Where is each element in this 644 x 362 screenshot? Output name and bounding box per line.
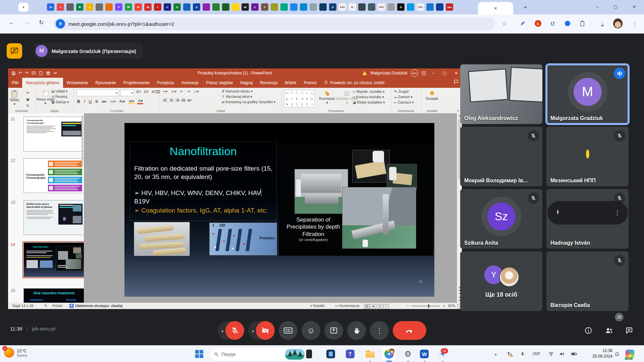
view-buttons[interactable]: ▤▦▥▼ [364, 304, 390, 309]
pinned-tab-favicon[interactable]: S [329, 3, 336, 11]
presentation-paused-icon[interactable] [7, 43, 22, 59]
clipboard-extension-icon[interactable] [578, 19, 587, 28]
text-direction-button[interactable]: ⇵ Kierunek tekstu ▾ [222, 89, 275, 93]
pinned-tab-favicon[interactable] [310, 3, 317, 11]
slide-thumbnail-panel[interactable]: 11ChromatografiaChromatography12Chromato… [8, 113, 84, 303]
new-tab-button[interactable]: + [521, 3, 530, 12]
pinned-tab-favicon[interactable]: C [164, 3, 171, 11]
ribbon-tab-nagraj[interactable]: Nagraj [236, 78, 256, 88]
notifications-bell-icon[interactable] [612, 346, 621, 362]
raise-hand-button[interactable] [347, 321, 366, 340]
slide-thumbnail-14[interactable]: Nanofiltration [23, 242, 84, 277]
font-name-select[interactable]: ▾ [76, 89, 119, 96]
accessibility-icon[interactable]: ♿ [69, 304, 74, 308]
pinned-tab-favicon[interactable]: M [47, 3, 54, 11]
pinned-tab-favicon[interactable]: « [57, 3, 64, 11]
pinned-tab-favicon[interactable]: S [193, 3, 200, 11]
pinned-tab-favicon[interactable] [319, 3, 327, 11]
reload-button[interactable]: ↻ [39, 19, 44, 26]
shape-glyph[interactable]: ⇓ [306, 97, 308, 101]
camera-off-button[interactable] [256, 321, 275, 340]
zoom-level[interactable]: 82% [448, 304, 455, 308]
shape-glyph[interactable]: L [296, 97, 298, 101]
reactions-button[interactable]: ☺ [302, 321, 320, 340]
shape-glyph[interactable]: ☆ [311, 103, 314, 106]
addins-button[interactable]: Dodatki [421, 91, 443, 101]
pinned-tab-favicon[interactable] [436, 3, 443, 11]
shape-glyph[interactable]: □ [301, 91, 303, 95]
window-restore-button[interactable]: ▢ [608, 0, 623, 13]
pinned-tab-favicon[interactable]: S [173, 3, 181, 11]
pinned-tab-favicon[interactable] [271, 3, 278, 11]
highlighter-extension-icon[interactable] [518, 19, 527, 28]
collapse-ribbon-icon[interactable]: ▴ [457, 109, 459, 112]
pinned-tab-favicon[interactable]: PKI [339, 3, 346, 11]
shape-glyph[interactable]: \ [291, 91, 292, 95]
pinned-tab-favicon[interactable] [66, 3, 74, 11]
find-button[interactable]: Znajdź [394, 89, 414, 94]
ppt-account-name[interactable]: Małgorzata Gradziuk [370, 71, 408, 75]
pinned-tab-favicon[interactable]: M [135, 3, 142, 11]
pinned-tab-favicon[interactable] [96, 3, 103, 11]
tab-close-icon[interactable]: ✕ [494, 6, 497, 11]
accessibility-status[interactable]: Ułatwienia dostępu: zbadaj [75, 304, 122, 308]
tile-menu-icon[interactable]: ⋮ [614, 209, 621, 217]
pinned-tab-favicon[interactable] [290, 3, 298, 11]
pinned-tab-favicon[interactable] [222, 3, 229, 11]
ribbon-tab-pokaz-slajd-w[interactable]: Pokaz slajdów [202, 78, 236, 88]
align-text-button[interactable]: ⇳ Wyrównaj tekst ▾ [222, 95, 275, 99]
chat-button[interactable] [624, 325, 635, 336]
pinned-tab-favicon[interactable]: ▲ [86, 3, 93, 11]
pinned-tab-favicon[interactable]: ✉ [125, 3, 132, 11]
pinned-tab-favicon[interactable]: G [397, 3, 405, 11]
wifi-icon[interactable] [547, 346, 555, 362]
tray-expand-chevron[interactable]: ▴ [492, 346, 499, 362]
clipboard-small-buttons[interactable]: ✂ ▣ ✎ [25, 90, 30, 108]
mic-off-button[interactable] [225, 321, 244, 340]
participant-tile[interactable]: SzSzikura Anita [460, 189, 542, 249]
taskbar-phone-app[interactable] [303, 348, 315, 360]
tray-mic-icon[interactable] [519, 346, 527, 362]
shape-glyph[interactable]: ( [291, 103, 292, 106]
window-minimize-button[interactable]: – [590, 0, 605, 13]
pinned-tab-favicon[interactable] [183, 3, 191, 11]
shape-glyph[interactable]: ✎ [285, 103, 288, 106]
shape-glyph[interactable]: ▷ [311, 97, 314, 101]
select-button[interactable]: ▻ Zaznacz ▾ [394, 100, 414, 104]
pinned-tab-favicon[interactable]: PKI [417, 3, 424, 11]
onedrive-sync-icon[interactable]: ↻ [505, 346, 514, 362]
layout-button[interactable]: ▤ Układ ▾ [51, 89, 69, 93]
pinned-tab-favicon[interactable] [368, 3, 375, 11]
slide-thumbnail-11[interactable]: ChromatografiaChromatography [23, 117, 84, 152]
ribbon-tab-widok[interactable]: Widok [281, 78, 300, 88]
arrange-button[interactable]: Rozmieść▾ [319, 90, 335, 105]
replace-button[interactable]: ab Zamień ▾ [394, 95, 414, 99]
slide-text-block[interactable]: Nanofiltration Filtration on dedicated s… [130, 142, 277, 221]
tell-me-box[interactable]: Powiedz mi, co chcesz zrobić [324, 80, 385, 85]
bookmark-star-icon[interactable]: ☆ [500, 19, 509, 28]
pinned-tab-favicon[interactable] [426, 3, 434, 11]
address-bar[interactable]: meet.google.com/jxk-onru-jri?pli=1&authu… [54, 17, 495, 30]
align-left-icon[interactable] [163, 99, 167, 102]
language-indicator[interactable]: Polski [52, 304, 62, 308]
browser-menu-icon[interactable]: ⋮ [630, 19, 639, 28]
ppt-minimize-button[interactable]: – [429, 71, 437, 75]
pinned-tab-favicon[interactable]: PKI [378, 3, 385, 11]
shape-glyph[interactable]: ○ [306, 91, 308, 95]
ribbon-tab-przej-cia[interactable]: Przejścia [153, 78, 178, 88]
presenter-chip[interactable]: M Malgorzata Gradziuk (Презентація) [34, 43, 143, 59]
participant-tile[interactable]: Oleg Aleksandrowicz [460, 64, 542, 124]
align-right-icon[interactable] [175, 99, 179, 102]
notes-button[interactable]: ≡ Notatki [310, 304, 325, 308]
comments-panel-icon[interactable] [453, 79, 459, 84]
shape-glyph[interactable]: ⌐ [291, 97, 293, 101]
search-highlight-image[interactable] [285, 349, 305, 360]
taskbar-word-app[interactable]: W [419, 348, 430, 360]
pinned-tab-favicon[interactable] [407, 3, 414, 11]
participant-tile[interactable]: YЩе 18 осіб [460, 251, 542, 311]
blue-dot-extension-icon[interactable] [563, 19, 572, 28]
font-size-select[interactable]: ▾ [120, 89, 134, 96]
reset-button[interactable]: ↺ Resetuj [51, 95, 69, 99]
zoom-in-button[interactable]: + [443, 304, 445, 308]
taskbar-search[interactable]: Пошук [210, 347, 306, 361]
